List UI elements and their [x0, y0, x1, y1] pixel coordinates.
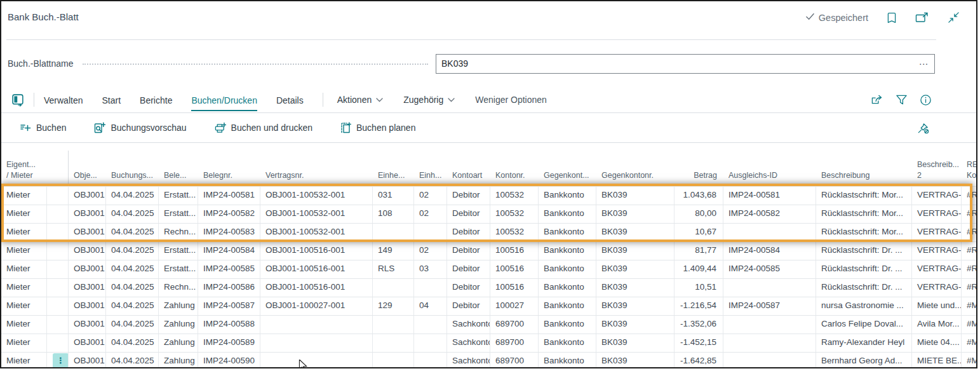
cell-doc_type[interactable]: Rechn... [159, 279, 198, 297]
cell-unit[interactable] [373, 279, 414, 297]
table-row[interactable]: MieterOBJ00104.04.2025Erstatt...IMP24-00… [1, 260, 976, 278]
cell-description[interactable]: Carlos Felipe Doval... [816, 316, 912, 334]
col-header-re_ko[interactable]: RE Ko [962, 159, 976, 186]
cell-applies_to_id[interactable]: IMP24-00587 [723, 297, 816, 315]
cell-account_type[interactable]: Sachkonto [447, 334, 490, 352]
cell-unit2[interactable] [414, 279, 447, 297]
cell-unit2[interactable] [414, 224, 447, 241]
cell-account_no[interactable]: 689700 [490, 353, 539, 367]
cell-posting_date[interactable]: 04.04.2025 [106, 205, 159, 223]
cell-account_no[interactable]: 100532 [490, 224, 539, 241]
cell-contract_no[interactable]: OBJ001-100532-001 [260, 205, 373, 223]
cell-amount[interactable]: -1.642,85 [675, 353, 723, 367]
cell-description2[interactable]: Miete 04.... [912, 334, 962, 352]
cell-doc_no[interactable]: IMP24-00588 [198, 316, 260, 334]
cell-description2[interactable]: MIETE BE... [912, 353, 962, 367]
cell-unit[interactable]: 108 [373, 205, 414, 223]
cell-description[interactable]: Rücklastschrift: Dr. ... [816, 260, 912, 278]
menu-zugehoerig[interactable]: Zugehörig [403, 95, 455, 105]
cell-posting_date[interactable]: 04.04.2025 [106, 279, 159, 297]
cell-re_ko[interactable]: #MA [962, 316, 976, 334]
cell-doc_type[interactable]: Zahlung [159, 297, 198, 315]
cell-doc_no[interactable]: IMP24-00584 [198, 242, 260, 260]
cell-bal_account_no[interactable]: BK039 [596, 353, 675, 367]
col-header-object[interactable]: Obje... [69, 170, 106, 186]
col-header-account_type[interactable]: Kontoart [447, 170, 490, 186]
cell-applies_to_id[interactable] [723, 353, 816, 367]
col-header-unit[interactable]: Einhe... [373, 170, 414, 186]
cell-owner[interactable]: Mieter [1, 242, 47, 260]
cell-bal_account_no[interactable]: BK039 [596, 334, 675, 352]
cell-applies_to_id[interactable] [723, 224, 816, 241]
tab-start[interactable]: Start [102, 89, 121, 111]
cell-owner[interactable]: Mieter [1, 187, 47, 205]
cell-object[interactable]: OBJ001 [69, 224, 106, 241]
cell-contract_no[interactable]: OBJ001-100516-001 [260, 242, 373, 260]
cell-account_type[interactable]: Debitor [447, 205, 490, 223]
cell-unit[interactable] [373, 334, 414, 352]
cell-owner[interactable]: Mieter [1, 260, 47, 278]
cell-account_type[interactable]: Sachkonto [447, 316, 490, 334]
cell-account_type[interactable]: Debitor [447, 224, 490, 241]
cell-account_no[interactable]: 689700 [490, 334, 539, 352]
cell-bal_account_no[interactable]: BK039 [596, 279, 675, 297]
cell-unit[interactable] [373, 353, 414, 367]
cell-description2[interactable]: VERTRAG-... [912, 224, 962, 241]
cell-re_ko[interactable]: #MA [962, 334, 976, 352]
col-header-unit2[interactable]: Einh... [414, 170, 447, 186]
cell-bal_account_type[interactable]: Bankkonto [539, 187, 596, 205]
cell-applies_to_id[interactable]: IMP24-00582 [723, 205, 816, 223]
cell-posting_date[interactable]: 04.04.2025 [106, 316, 159, 334]
row-gutter-cell[interactable] [47, 316, 69, 334]
cell-bal_account_type[interactable]: Bankkonto [539, 224, 596, 241]
menu-aktionen[interactable]: Aktionen [337, 95, 383, 105]
buchungsvorschau-button[interactable]: Buchungsvorschau [94, 122, 186, 133]
cell-unit2[interactable]: 02 [414, 242, 447, 260]
col-header-bal_account_type[interactable]: Gegenkont... [539, 170, 596, 186]
cell-doc_no[interactable]: IMP24-00587 [198, 297, 260, 315]
collapse-icon[interactable] [948, 11, 960, 24]
cell-posting_date[interactable]: 04.04.2025 [106, 224, 159, 241]
cell-doc_no[interactable]: IMP24-00582 [198, 205, 260, 223]
journal-name-input[interactable]: BK039 ... [436, 54, 935, 74]
cell-doc_type[interactable]: Zahlung [159, 353, 198, 367]
row-gutter-cell[interactable] [47, 260, 69, 278]
cell-owner[interactable]: Mieter [1, 297, 47, 315]
cell-description[interactable]: nursa Gastronomie ... [816, 297, 912, 315]
row-gutter-cell[interactable]: ⋮ [47, 353, 69, 367]
cell-description2[interactable]: VERTRAG-... [912, 187, 962, 205]
cell-unit2[interactable]: 02 [414, 187, 447, 205]
cell-description2[interactable]: VERTRAG-... [912, 279, 962, 297]
cell-account_type[interactable]: Debitor [447, 242, 490, 260]
cell-doc_no[interactable]: IMP24-00585 [198, 260, 260, 278]
row-gutter-cell[interactable] [47, 187, 69, 205]
cell-object[interactable]: OBJ001 [69, 316, 106, 334]
cell-object[interactable]: OBJ001 [69, 242, 106, 260]
row-gutter-cell[interactable] [47, 297, 69, 315]
cell-bal_account_no[interactable]: BK039 [596, 316, 675, 334]
cell-doc_type[interactable]: Erstatt... [159, 187, 198, 205]
cell-applies_to_id[interactable]: IMP24-00584 [723, 242, 816, 260]
cell-bal_account_no[interactable]: BK039 [596, 297, 675, 315]
cell-bal_account_no[interactable]: BK039 [596, 205, 675, 223]
cell-object[interactable]: OBJ001 [69, 279, 106, 297]
cell-applies_to_id[interactable]: IMP24-00585 [723, 260, 816, 278]
cell-amount[interactable]: -1.352,06 [675, 316, 723, 334]
cell-description[interactable]: Rücklastschrift: Mor... [816, 187, 912, 205]
cell-description[interactable]: Bernhard Georg Ad... [816, 353, 912, 367]
cell-unit[interactable]: RLS [373, 260, 414, 278]
cell-doc_type[interactable]: Erstatt... [159, 260, 198, 278]
cell-bal_account_type[interactable]: Bankkonto [539, 260, 596, 278]
cell-owner[interactable]: Mieter [1, 353, 47, 367]
cell-contract_no[interactable] [260, 316, 373, 334]
table-row[interactable]: MieterOBJ00104.04.2025Rechn...IMP24-0058… [1, 223, 976, 241]
cell-doc_type[interactable]: Zahlung [159, 334, 198, 352]
cell-bal_account_type[interactable]: Bankkonto [539, 205, 596, 223]
cell-object[interactable]: OBJ001 [69, 353, 106, 367]
cell-unit[interactable] [373, 316, 414, 334]
cell-applies_to_id[interactable] [723, 316, 816, 334]
cell-description[interactable]: Rücklastschrift: Dr. ... [816, 279, 912, 297]
cell-contract_no[interactable]: OBJ001-100027-001 [260, 297, 373, 315]
cell-description2[interactable]: VERTRAG-... [912, 205, 962, 223]
cell-object[interactable]: OBJ001 [69, 205, 106, 223]
